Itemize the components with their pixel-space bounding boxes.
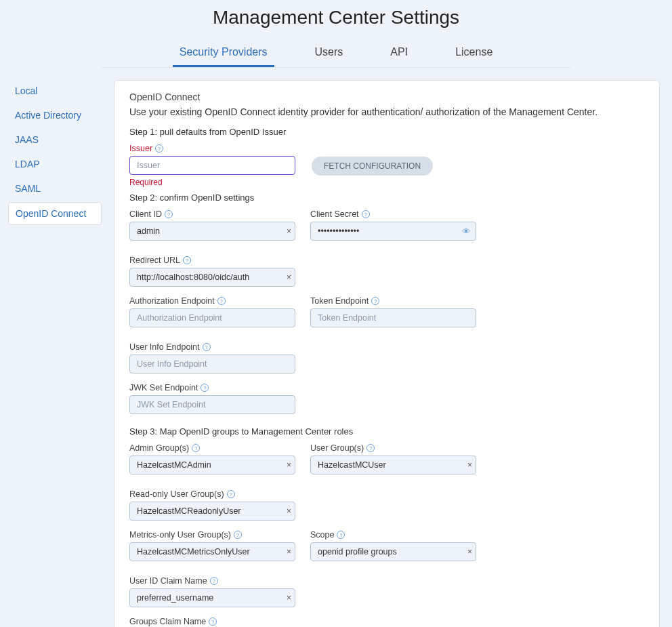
sidebar-item-openid-connect[interactable]: OpenID Connect [8,202,102,225]
clear-icon[interactable]: × [467,460,472,470]
clear-icon[interactable]: × [287,272,291,282]
scope-label: Scope? [310,530,476,540]
clear-icon[interactable]: × [287,226,291,236]
help-icon[interactable]: ? [371,297,379,305]
main-panel: OpenID Connect Use your existing OpenID … [114,80,660,627]
tab-security-providers[interactable]: Security Providers [173,41,274,67]
metrics-group-label: Metrics-only User Group(s)? [129,530,295,540]
sidebar: Local Active Directory JAAS LDAP SAML Op… [0,80,102,627]
metrics-group-input[interactable] [129,542,295,561]
user-info-endpoint-input[interactable] [129,355,295,373]
sidebar-item-active-directory[interactable]: Active Directory [8,104,102,126]
tabs: Security Providers Users API License [102,41,570,68]
clear-icon[interactable]: × [287,593,291,603]
sidebar-item-jaas[interactable]: JAAS [8,129,102,150]
eye-icon[interactable]: 👁 [462,226,471,237]
tab-api[interactable]: API [383,41,415,67]
help-icon[interactable]: ? [337,531,345,539]
user-group-input[interactable] [310,456,476,474]
scope-input[interactable] [310,542,476,561]
tab-license[interactable]: License [448,41,499,67]
help-icon[interactable]: ? [165,210,173,218]
admin-group-label: Admin Group(s)? [129,443,295,453]
page-title: Management Center Settings [0,0,672,41]
client-id-input[interactable] [129,222,295,241]
step-1-label: Step 1: pull defaults from OpenID Issuer [129,127,644,137]
clear-icon[interactable]: × [467,547,472,557]
redirect-url-label: Redirect URL? [129,256,295,265]
help-icon[interactable]: ? [203,343,211,351]
help-icon[interactable]: ? [217,297,226,305]
help-icon[interactable]: ? [234,531,242,539]
readonly-group-input[interactable] [129,502,295,521]
auth-endpoint-input[interactable] [129,308,295,327]
help-icon[interactable]: ? [192,444,200,452]
help-icon[interactable]: ? [227,490,235,498]
client-id-label: Client ID? [129,209,295,219]
token-endpoint-label: Token Endpoint? [310,296,476,306]
issuer-input[interactable] [129,156,295,175]
client-secret-input[interactable] [310,222,476,241]
clear-icon[interactable]: × [287,460,291,470]
sidebar-item-ldap[interactable]: LDAP [8,153,102,175]
clear-icon[interactable]: × [287,506,291,516]
user-id-claim-input[interactable] [129,588,295,607]
section-desc: Use your existing OpenID Connect identit… [129,106,644,117]
jwk-endpoint-input[interactable] [129,395,295,414]
admin-group-input[interactable] [129,456,295,474]
user-group-label: User Group(s)? [310,443,476,453]
tab-users[interactable]: Users [308,41,350,67]
groups-claim-label: Groups Claim Name? [129,617,295,626]
help-icon[interactable]: ? [155,144,163,153]
issuer-label: Issuer ? [129,144,295,153]
issuer-error: Required [129,178,295,187]
auth-endpoint-label: Authorization Endpoint? [129,296,295,306]
client-secret-label: Client Secret? [310,209,476,219]
sidebar-item-saml[interactable]: SAML [8,178,102,199]
redirect-url-input[interactable] [129,268,295,287]
help-icon[interactable]: ? [210,577,218,585]
clear-icon[interactable]: × [287,547,291,557]
help-icon[interactable]: ? [209,618,217,626]
sidebar-item-local[interactable]: Local [8,80,102,102]
help-icon[interactable]: ? [362,210,370,218]
jwk-endpoint-label: JWK Set Endpoint? [129,383,295,392]
step-3-label: Step 3: Map OpenID groups to Management … [129,426,644,437]
readonly-group-label: Read-only User Group(s)? [129,489,295,499]
fetch-configuration-button[interactable]: FETCH CONFIGURATION [312,157,433,176]
section-title: OpenID Connect [129,92,644,102]
step-2-label: Step 2: confirm OpenID settings [129,193,644,203]
help-icon[interactable]: ? [201,384,209,392]
user-info-endpoint-label: User Info Endpoint? [129,342,295,352]
help-icon[interactable]: ? [183,256,191,264]
user-id-claim-label: User ID Claim Name? [129,576,295,586]
help-icon[interactable]: ? [366,444,375,452]
token-endpoint-input[interactable] [310,308,476,327]
